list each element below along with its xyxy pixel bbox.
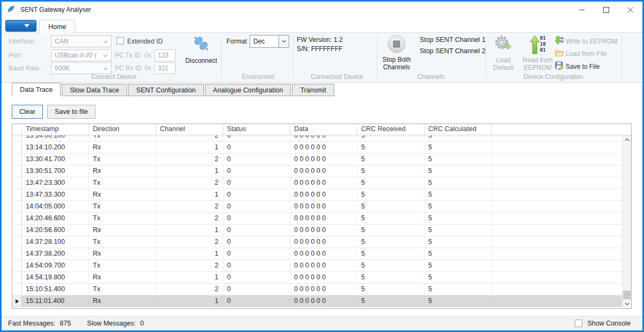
cell-crc-received[interactable]: 5: [357, 248, 425, 259]
cell-filler[interactable]: [492, 284, 631, 295]
cell-crc-calculated[interactable]: 5: [425, 236, 492, 248]
cell-filler[interactable]: [492, 248, 631, 259]
cell-crc-received[interactable]: 5: [357, 213, 425, 224]
cell-direction[interactable]: Tx: [89, 201, 156, 212]
cell-crc-calculated[interactable]: 5: [425, 295, 492, 307]
baud-rate-select[interactable]: 500K: [51, 62, 112, 74]
cell-direction[interactable]: Tx: [89, 135, 156, 141]
cell-crc-calculated[interactable]: 5: [425, 189, 492, 200]
cell-status[interactable]: 0: [223, 213, 290, 224]
cell-status[interactable]: 0: [223, 295, 290, 307]
cell-crc-received[interactable]: 5: [357, 165, 425, 177]
cell-direction[interactable]: Rx: [89, 272, 156, 283]
cell-status[interactable]: 0: [223, 135, 290, 141]
cell-channel[interactable]: 1: [156, 272, 223, 283]
vertical-scrollbar[interactable]: [622, 135, 631, 308]
table-row[interactable]: 14:37:28.100 Tx 2 0 0 0 0 0 0 0 5 5: [12, 236, 631, 248]
cell-status[interactable]: 0: [223, 284, 290, 295]
cell-data[interactable]: 0 0 0 0 0 0: [290, 236, 357, 248]
cell-crc-received[interactable]: 5: [357, 201, 425, 212]
table-row[interactable]: 15:11:01.400 Rx 1 0 0 0 0 0 0 0 5 5: [12, 295, 631, 307]
cell-crc-calculated[interactable]: 5: [425, 135, 492, 141]
cell-filler[interactable]: [492, 189, 631, 200]
cell-channel[interactable]: 1: [156, 295, 223, 307]
row-selector-cell[interactable]: [12, 165, 22, 177]
cell-direction[interactable]: Rx: [89, 225, 156, 236]
cell-data[interactable]: 0 0 0 0 0 0: [290, 213, 357, 224]
cell-crc-received[interactable]: 5: [357, 177, 425, 189]
cell-timestamp[interactable]: 13:47:33.300: [22, 189, 89, 200]
stop-both-channels-button[interactable]: Stop Both Channels: [378, 34, 415, 71]
cell-crc-received[interactable]: 5: [357, 142, 425, 153]
table-row[interactable]: 14:20:56.600 Rx 1 0 0 0 0 0 0 0 5 5: [12, 225, 631, 236]
table-row[interactable]: 13:14:10.200 Rx 1 0 0 0 0 0 0 0 5 5: [12, 142, 631, 154]
cell-crc-calculated[interactable]: 5: [425, 284, 492, 295]
cell-channel[interactable]: 1: [156, 248, 223, 259]
load-default-button[interactable]: Load Default: [490, 34, 517, 71]
port-select[interactable]: USBcan II #0 (: [51, 49, 112, 61]
cell-direction[interactable]: Tx: [89, 177, 156, 189]
tab-slow-data-trace[interactable]: Slow Data Trace: [62, 84, 127, 96]
extended-id-checkbox[interactable]: [116, 37, 124, 45]
cell-channel[interactable]: 2: [156, 154, 223, 165]
cell-timestamp[interactable]: 14:37:38.200: [22, 248, 89, 259]
cell-direction[interactable]: Tx: [89, 260, 156, 271]
cell-filler[interactable]: [492, 165, 631, 177]
cell-filler[interactable]: [492, 260, 631, 271]
table-row[interactable]: 13:30:41.700 Tx 2 0 0 0 0 0 0 0 5 5: [12, 154, 631, 165]
cell-timestamp[interactable]: 14:54:19.800: [22, 272, 89, 283]
row-selector-cell[interactable]: [12, 154, 22, 165]
row-selector-cell[interactable]: [12, 260, 22, 271]
header-crc-received[interactable]: CRC Received: [357, 124, 425, 135]
close-button[interactable]: [618, 2, 642, 18]
cell-status[interactable]: 0: [223, 236, 290, 248]
header-channel[interactable]: Channel: [156, 124, 223, 135]
save-to-file-button-panel[interactable]: Save to file: [47, 105, 96, 119]
table-row[interactable]: 15:10:51.400 Tx 2 0 0 0 0 0 0 0 5 5: [12, 284, 631, 295]
write-to-eeprom-button[interactable]: 01 10 Write to EEPROM: [555, 36, 617, 46]
cell-direction[interactable]: Rx: [89, 295, 156, 307]
header-data[interactable]: Data: [290, 124, 357, 135]
cell-filler[interactable]: [492, 154, 631, 165]
table-row[interactable]: 13:14:00.100 Tx 2 0 0 0 0 0 0 0 5 5: [12, 135, 631, 142]
cell-timestamp[interactable]: 14:20:46.600: [22, 213, 89, 224]
table-row[interactable]: 13:47:23.300 Tx 2 0 0 0 0 0 0 0 5 5: [12, 177, 631, 189]
load-from-file-button[interactable]: Load from File: [555, 49, 607, 58]
format-select[interactable]: Dec: [250, 35, 289, 48]
cell-timestamp[interactable]: 13:30:51.700: [22, 165, 89, 177]
interface-select[interactable]: CAN: [51, 35, 112, 47]
cell-channel[interactable]: 1: [156, 142, 223, 153]
cell-channel[interactable]: 1: [156, 165, 223, 177]
cell-crc-received[interactable]: 5: [357, 225, 425, 236]
cell-data[interactable]: 0 0 0 0 0 0: [290, 201, 357, 212]
row-selector-cell[interactable]: [12, 272, 22, 283]
cell-crc-received[interactable]: 5: [357, 260, 425, 271]
row-selector-cell[interactable]: [12, 142, 22, 153]
cell-filler[interactable]: [492, 142, 631, 153]
table-row[interactable]: 14:54:19.800 Rx 1 0 0 0 0 0 0 0 5 5: [12, 272, 631, 284]
cell-timestamp[interactable]: 13:47:23.300: [22, 177, 89, 189]
cell-direction[interactable]: Rx: [89, 165, 156, 177]
cell-timestamp[interactable]: 14:54:09.700: [22, 260, 89, 271]
row-selector-cell[interactable]: [12, 225, 22, 236]
cell-crc-received[interactable]: 5: [357, 272, 425, 283]
file-menu-button[interactable]: [5, 20, 36, 32]
cell-status[interactable]: 0: [223, 260, 290, 271]
cell-filler[interactable]: [492, 213, 631, 224]
cell-filler[interactable]: [492, 295, 631, 307]
cell-status[interactable]: 0: [223, 248, 290, 259]
cell-crc-received[interactable]: 5: [357, 189, 425, 200]
cell-crc-calculated[interactable]: 5: [425, 272, 492, 283]
cell-filler[interactable]: [492, 201, 631, 212]
cell-status[interactable]: 0: [223, 201, 290, 212]
cell-crc-calculated[interactable]: 5: [425, 142, 492, 153]
stop-sent-channel-2-button[interactable]: Stop SENT Channel 2: [420, 47, 486, 55]
row-selector-cell[interactable]: [12, 189, 22, 200]
cell-data[interactable]: 0 0 0 0 0 0: [290, 225, 357, 236]
cell-crc-received[interactable]: 5: [357, 284, 425, 295]
cell-crc-received[interactable]: 5: [357, 236, 425, 248]
header-direction[interactable]: Direction: [89, 124, 156, 135]
cell-channel[interactable]: 2: [156, 236, 223, 248]
cell-crc-calculated[interactable]: 5: [425, 260, 492, 271]
cell-status[interactable]: 0: [223, 189, 290, 200]
